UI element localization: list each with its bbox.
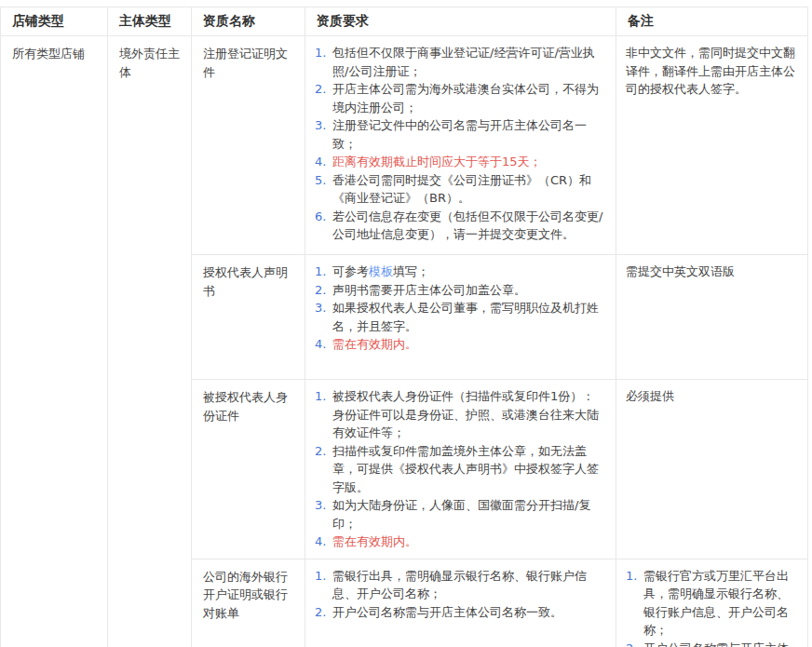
list-item: 2.开店主体公司需为海外或港澳台实体公司，不得为境内注册公司； <box>315 80 604 116</box>
list-number: 3. <box>315 116 332 135</box>
list-number: 2. <box>315 80 332 99</box>
list-item: 2.开户公司名称需与开店主体公司名称一致。 <box>315 603 604 622</box>
list-text: 香港公司需同时提交《公司注册证书》（CR）和《商业登记证》（BR）。 <box>332 171 604 208</box>
header-qualification-name: 资质名称 <box>192 7 305 36</box>
header-store-type: 店铺类型 <box>1 7 108 36</box>
remarks-cell: 必须提供 <box>616 380 808 559</box>
list-text: 注册登记文件中的公司名需与开店主体公司名一致； <box>332 116 604 153</box>
store-type-cell: 所有类型店铺 <box>1 36 108 647</box>
requirements-cell: 1.被授权代表人身份证件（扫描件或复印件1份）：身份证件可以是身份证、护照、或港… <box>305 380 616 559</box>
list-item: 1.可参考模板填写； <box>315 263 604 281</box>
requirements-cell: 1.包括但不仅限于商事业登记证/经营许可证/营业执照/公司注册证；2.开店主体公… <box>305 36 616 255</box>
requirements-cell: 1.需银行出具，需明确显示银行名称、银行账户信息、开户公司名称；2.开户公司名称… <box>305 559 616 647</box>
list-item: 2.声明书需要开店主体公司加盖公章。 <box>315 281 604 300</box>
list-number: 2. <box>315 442 332 461</box>
list-number: 5. <box>315 171 332 190</box>
entity-type-cell: 境外责任主体 <box>108 36 192 647</box>
list-item: 2.扫描件或复印件需加盖境外主体公章，如无法盖章，可提供《授权代表人声明书》中授… <box>315 442 604 497</box>
requirements-list: 1.被授权代表人身份证件（扫描件或复印件1份）：身份证件可以是身份证、护照、或港… <box>315 387 604 551</box>
list-number: 1. <box>315 44 332 62</box>
list-number: 3. <box>315 496 332 515</box>
list-number: 2. <box>315 281 332 300</box>
table-header: 店铺类型 主体类型 资质名称 资质要求 备注 <box>1 7 808 36</box>
list-number: 4. <box>315 335 332 354</box>
list-text: 扫描件或复印件需加盖境外主体公章，如无法盖章，可提供《授权代表人声明书》中授权签… <box>332 442 604 497</box>
list-number: 2. <box>315 603 332 622</box>
list-text: 开户公司名称需与开店主体公司名称一致 <box>643 640 796 647</box>
qualification-table: 店铺类型 主体类型 资质名称 资质要求 备注 所有类型店铺境外责任主体注册登记证… <box>0 7 808 647</box>
list-text: 开店主体公司需为海外或港澳台实体公司，不得为境内注册公司； <box>332 80 604 116</box>
list-text: 若公司信息存在变更（包括但不仅限于公司名变更/公司地址信息变更），请一并提交变更… <box>332 208 604 244</box>
qualification-row: 所有类型店铺境外责任主体注册登记证明文件1.包括但不仅限于商事业登记证/经营许可… <box>1 36 808 255</box>
list-number: 4. <box>315 532 332 551</box>
list-item: 1.被授权代表人身份证件（扫描件或复印件1份）：身份证件可以是身份证、护照、或港… <box>315 387 604 442</box>
list-number: 1. <box>626 567 643 586</box>
header-qualification-requirements: 资质要求 <box>305 7 616 36</box>
list-number: 4. <box>315 153 332 171</box>
list-text: 需在有效期内。 <box>332 532 604 551</box>
list-number: 1. <box>315 567 332 586</box>
list-text: 需银行出具，需明确显示银行名称、银行账户信息、开户公司名称； <box>332 567 604 603</box>
list-item: 6.若公司信息存在变更（包括但不仅限于公司名变更/公司地址信息变更），请一并提交… <box>315 208 604 244</box>
list-item: 5.香港公司需同时提交《公司注册证书》（CR）和《商业登记证》（BR）。 <box>315 171 604 208</box>
list-number: 2. <box>626 640 643 647</box>
table-body: 所有类型店铺境外责任主体注册登记证明文件1.包括但不仅限于商事业登记证/经营许可… <box>1 36 808 647</box>
qualification-name-cell: 被授权代表人身份证件 <box>192 380 305 559</box>
remarks-cell: 1.需银行官方或万里汇平台出具，需明确显示银行名称、银行账户信息、开户公司名称；… <box>616 559 808 647</box>
header-entity-type: 主体类型 <box>108 7 192 36</box>
requirements-list: 1.包括但不仅限于商事业登记证/经营许可证/营业执照/公司注册证；2.开店主体公… <box>315 44 604 244</box>
list-item: 4.距离有效期截止时间应大于等于15天； <box>315 153 604 171</box>
qualification-name-cell: 授权代表人声明书 <box>192 255 305 380</box>
qualification-name-cell: 公司的海外银行开户证明或银行对账单 <box>192 559 305 647</box>
list-item: 3.如为大陆身份证，人像面、国徽面需分开扫描/复印； <box>315 496 604 532</box>
list-item: 3.如果授权代表人是公司董事，需写明职位及机打姓名，并且签字。 <box>315 299 604 335</box>
list-item: 1.需银行官方或万里汇平台出具，需明确显示银行名称、银行账户信息、开户公司名称； <box>626 567 796 640</box>
remarks-cell: 需提交中英文双语版 <box>616 255 808 380</box>
remarks-cell: 非中文文件，需同时提交中文翻译件，翻译件上需由开店主体公司的授权代表人签字。 <box>616 36 808 255</box>
list-text: 被授权代表人身份证件（扫描件或复印件1份）：身份证件可以是身份证、护照、或港澳台… <box>332 387 604 442</box>
requirements-cell: 1.可参考模板填写；2.声明书需要开店主体公司加盖公章。3.如果授权代表人是公司… <box>305 255 616 380</box>
template-link[interactable]: 模板 <box>369 264 393 278</box>
list-text: 可参考模板填写； <box>332 263 604 281</box>
qualification-name-cell: 注册登记证明文件 <box>192 36 305 255</box>
list-text: 声明书需要开店主体公司加盖公章。 <box>332 281 604 300</box>
requirements-list: 1.可参考模板填写；2.声明书需要开店主体公司加盖公章。3.如果授权代表人是公司… <box>315 263 604 354</box>
remarks-list: 1.需银行官方或万里汇平台出具，需明确显示银行名称、银行账户信息、开户公司名称；… <box>626 567 796 647</box>
list-text: 需在有效期内。 <box>332 335 604 354</box>
list-item: 2.开户公司名称需与开店主体公司名称一致 <box>626 640 796 647</box>
list-item: 3.注册登记文件中的公司名需与开店主体公司名一致； <box>315 116 604 153</box>
header-remarks: 备注 <box>616 7 808 36</box>
list-text: 如果授权代表人是公司董事，需写明职位及机打姓名，并且签字。 <box>332 299 604 335</box>
list-number: 3. <box>315 299 332 317</box>
list-text: 距离有效期截止时间应大于等于15天； <box>332 153 604 171</box>
list-text: 需银行官方或万里汇平台出具，需明确显示银行名称、银行账户信息、开户公司名称； <box>643 567 796 640</box>
header-row: 店铺类型 主体类型 资质名称 资质要求 备注 <box>1 7 808 36</box>
list-number: 1. <box>315 387 332 406</box>
list-item: 1.包括但不仅限于商事业登记证/经营许可证/营业执照/公司注册证； <box>315 44 604 80</box>
list-text: 包括但不仅限于商事业登记证/经营许可证/营业执照/公司注册证； <box>332 44 604 80</box>
list-number: 6. <box>315 208 332 226</box>
list-text: 如为大陆身份证，人像面、国徽面需分开扫描/复印； <box>332 496 604 532</box>
requirements-list: 1.需银行出具，需明确显示银行名称、银行账户信息、开户公司名称；2.开户公司名称… <box>315 567 604 622</box>
list-number: 1. <box>315 263 332 281</box>
list-item: 4.需在有效期内。 <box>315 532 604 551</box>
list-text: 开户公司名称需与开店主体公司名称一致。 <box>332 603 604 622</box>
list-item: 1.需银行出具，需明确显示银行名称、银行账户信息、开户公司名称； <box>315 567 604 603</box>
list-item: 4.需在有效期内。 <box>315 335 604 354</box>
